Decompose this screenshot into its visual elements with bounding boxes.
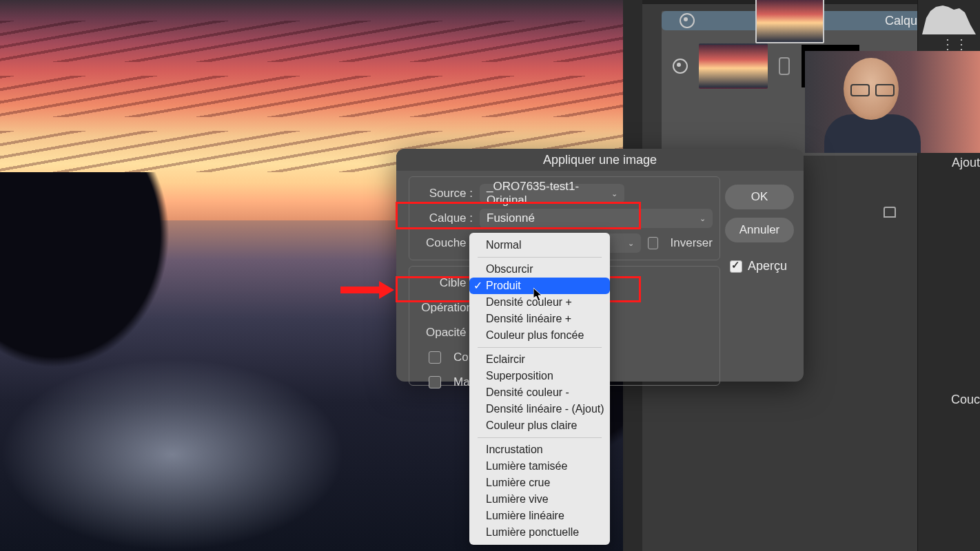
apercu-checkbox[interactable] <box>730 260 742 273</box>
annuler-button[interactable]: Annuler <box>725 218 794 242</box>
menu-item[interactable]: Obscurcir <box>469 261 610 278</box>
side-label-couc[interactable]: Couc <box>951 393 980 407</box>
menu-separator <box>478 257 602 258</box>
menu-item[interactable]: Lumière tamisée <box>469 458 610 475</box>
menu-item[interactable]: Lumière crue <box>469 475 610 491</box>
menu-separator <box>478 347 602 348</box>
couche-label: Couche : <box>409 236 473 250</box>
side-label-ajout[interactable]: Ajout <box>952 156 980 170</box>
cloud-band <box>0 76 623 117</box>
cloud-band <box>0 21 623 62</box>
link-icon[interactable] <box>779 57 790 75</box>
visibility-eye-icon[interactable] <box>680 13 695 28</box>
menu-item[interactable]: Densité linéaire - (Ajout) <box>469 401 610 417</box>
histogram-thumb[interactable] <box>922 4 976 34</box>
masque-checkbox[interactable] <box>429 376 441 388</box>
menu-item[interactable]: Superposition <box>469 368 610 384</box>
calque-value: Fusionné <box>487 211 535 225</box>
conserver-checkbox[interactable] <box>429 351 441 364</box>
menu-item[interactable]: Produit <box>469 278 610 294</box>
chevron-down-icon: ⌄ <box>611 189 617 198</box>
chevron-down-icon: ⌄ <box>628 239 634 248</box>
menu-item[interactable]: Couleur plus claire <box>469 417 610 434</box>
ok-button[interactable]: OK <box>725 185 794 209</box>
calque-select[interactable]: Fusionné ⌄ <box>480 209 713 228</box>
menu-item[interactable]: Lumière vive <box>469 491 610 508</box>
menu-item[interactable]: Normal <box>469 237 610 253</box>
water-mist <box>0 358 345 551</box>
visibility-eye-icon[interactable] <box>673 59 688 74</box>
apercu-row[interactable]: Aperçu <box>730 259 787 273</box>
layer-thumbnail[interactable] <box>755 0 824 43</box>
inverser-label: Inverser <box>671 236 713 250</box>
operation-label: Opération <box>409 301 473 315</box>
menu-item[interactable]: Lumière linéaire <box>469 508 610 524</box>
inverser-checkbox[interactable] <box>648 237 658 249</box>
source-select[interactable]: _ORO7635-test1-Original... ⌄ <box>480 184 624 203</box>
dialog-title: Appliquer une image <box>396 149 804 171</box>
menu-item[interactable]: Eclaircir <box>469 351 610 368</box>
layer-thumbnail[interactable] <box>699 43 768 89</box>
source-label: Source : <box>409 187 473 200</box>
menu-item[interactable]: Incrustation <box>469 441 610 458</box>
menu-item[interactable]: Densité couleur + <box>469 294 610 311</box>
operation-dropdown-menu[interactable]: NormalObscurcirProduitDensité couleur +D… <box>469 233 610 545</box>
cible-label: Cible : <box>409 276 473 290</box>
menu-item[interactable]: Densité linéaire + <box>469 311 610 327</box>
adjustments-icon[interactable]: ⋮⋮ <box>941 36 957 52</box>
menu-separator <box>478 437 602 438</box>
webcam-overlay <box>805 51 980 153</box>
menu-item[interactable]: Densité couleur - <box>469 384 610 401</box>
source-value: _ORO7635-test1-Original... <box>487 180 611 207</box>
layer-row-selected[interactable]: Calque 2 <box>662 11 941 30</box>
lock-icon[interactable] <box>884 207 896 218</box>
calque-label: Calque : <box>409 211 473 225</box>
rocks-left <box>0 172 179 379</box>
apercu-label: Aperçu <box>748 259 787 273</box>
menu-item[interactable]: Lumière ponctuelle <box>469 524 610 541</box>
opacite-label: Opacité : <box>409 326 473 340</box>
chevron-down-icon: ⌄ <box>700 214 706 223</box>
menu-item[interactable]: Couleur plus foncée <box>469 327 610 344</box>
